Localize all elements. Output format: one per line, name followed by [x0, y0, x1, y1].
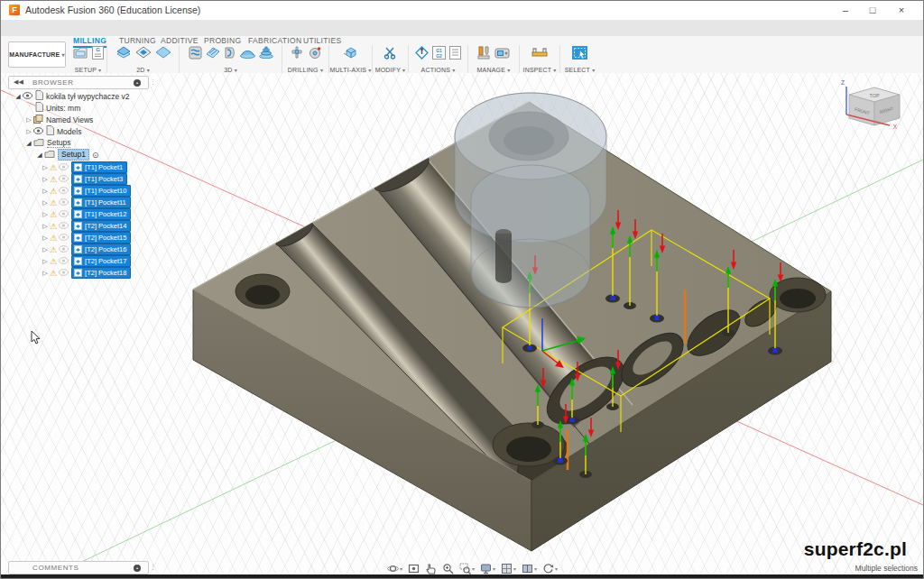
- named-views-label[interactable]: Named Views: [46, 115, 93, 124]
- expand-icon[interactable]: ▷: [41, 234, 50, 242]
- post-process-icon[interactable]: G1G2: [432, 46, 446, 63]
- tree-item-operation[interactable]: ▷⚠[T2] Pocket16: [41, 244, 134, 255]
- minimize-button[interactable]: –: [833, 1, 858, 19]
- multi-axis-icon[interactable]: [343, 46, 358, 63]
- expand-icon[interactable]: ◢: [24, 140, 33, 147]
- browser-resize-grip[interactable]: ⋮: [150, 78, 156, 86]
- simulate-icon[interactable]: [415, 46, 429, 63]
- expand-icon[interactable]: ▷: [41, 223, 50, 230]
- eye-icon[interactable]: [23, 92, 32, 101]
- grid-display-icon[interactable]: ▾: [501, 563, 516, 574]
- tree-item-models[interactable]: ▷ Models: [24, 125, 85, 137]
- tree-item-operation[interactable]: ▷⚠[T1] Pocket3: [41, 173, 131, 185]
- operation-label[interactable]: [T2] Pocket17: [71, 255, 131, 267]
- 3d-adaptive-icon[interactable]: [189, 46, 202, 63]
- operation-label[interactable]: [T2] Pocket14: [71, 220, 131, 232]
- measure-icon[interactable]: [531, 46, 548, 62]
- tree-item-root[interactable]: ◢ kokila tył wypychacze v2: [14, 90, 134, 102]
- expand-icon[interactable]: ▷: [41, 164, 50, 171]
- setup1-label[interactable]: Setup1: [58, 149, 89, 161]
- expand-icon[interactable]: ▷: [41, 176, 50, 183]
- group-label-modify[interactable]: MODIFY: [375, 67, 401, 73]
- eye-icon[interactable]: [59, 163, 69, 172]
- tree-item-operation[interactable]: ▷⚠[T2] Pocket17: [41, 255, 134, 267]
- group-label-manage[interactable]: MANAGE: [477, 67, 506, 73]
- expand-icon[interactable]: ▷: [41, 270, 50, 277]
- tree-item-operation[interactable]: ▷⚠[T1] Pocket10: [41, 185, 134, 197]
- browser-panel-header[interactable]: ◀◀ BROWSER •: [8, 76, 149, 89]
- tool-library-icon[interactable]: [477, 46, 491, 63]
- display-settings-icon[interactable]: ▾: [480, 563, 495, 574]
- 2d-pocket-icon[interactable]: [135, 46, 152, 62]
- bore-icon[interactable]: [308, 46, 322, 63]
- operation-label[interactable]: [T1] Pocket3: [71, 173, 127, 185]
- zoom-icon[interactable]: [442, 563, 454, 574]
- select-icon[interactable]: [571, 45, 588, 64]
- expand-icon[interactable]: ◢: [14, 93, 23, 100]
- view-cube[interactable]: TOP FRONT RIGHT Z X: [841, 79, 900, 130]
- operation-label[interactable]: [T1] Pocket1: [71, 161, 127, 173]
- ribbon-tab-turning[interactable]: TURNING: [119, 36, 156, 45]
- 3d-spiral-icon[interactable]: [259, 46, 273, 62]
- ribbon-tab-probing[interactable]: PROBING: [204, 36, 241, 45]
- 3d-model-view[interactable]: TOP FRONT RIGHT Z X: [1, 73, 923, 575]
- eye-icon[interactable]: [59, 269, 69, 278]
- expand-icon[interactable]: ▷: [41, 246, 50, 253]
- 2d-contour-icon[interactable]: [155, 46, 171, 62]
- workspace-switcher[interactable]: MANUFACTURE ▾: [8, 41, 66, 68]
- tree-item-operation[interactable]: ▷⚠[T1] Pocket11: [41, 197, 134, 208]
- orbit-icon[interactable]: ▾: [387, 563, 402, 574]
- group-label-3d[interactable]: 3D: [224, 67, 232, 73]
- drill-icon[interactable]: [290, 46, 304, 63]
- 3d-parallel-icon[interactable]: [206, 46, 220, 62]
- eye-icon[interactable]: [59, 210, 69, 219]
- tree-root-label[interactable]: kokila tył wypychacze v2: [46, 92, 130, 101]
- group-label-2d[interactable]: 2D: [136, 67, 144, 73]
- pan-icon[interactable]: [425, 563, 437, 574]
- comments-panel-header[interactable]: COMMENTS •: [8, 561, 149, 574]
- new-setup-icon[interactable]: [73, 46, 88, 63]
- group-label-select[interactable]: SELECT: [565, 67, 590, 73]
- 3d-steep-shallow-icon[interactable]: [224, 46, 236, 63]
- tree-item-operation[interactable]: ▷⚠[T2] Pocket14: [41, 220, 134, 232]
- expand-icon[interactable]: ▷: [41, 188, 50, 195]
- eye-icon[interactable]: [59, 245, 69, 254]
- eye-icon[interactable]: [59, 234, 69, 243]
- ribbon-tab-additive[interactable]: ADDITIVE: [161, 36, 199, 45]
- viewports-icon[interactable]: ▾: [522, 563, 537, 574]
- operation-label[interactable]: [T1] Pocket12: [71, 208, 131, 220]
- setup-sheet-icon[interactable]: [449, 46, 461, 63]
- comments-options-icon[interactable]: •: [134, 565, 141, 572]
- tree-item-setup1[interactable]: ◢ Setup1 ⊙: [35, 149, 103, 161]
- look-at-icon[interactable]: [408, 563, 420, 574]
- eye-icon[interactable]: [59, 198, 69, 207]
- eye-icon[interactable]: [59, 175, 69, 184]
- operation-label[interactable]: [T1] Pocket11: [71, 197, 131, 208]
- models-label[interactable]: Models: [57, 127, 81, 136]
- operation-label[interactable]: [T2] Pocket18: [71, 267, 131, 279]
- 3d-scallop-icon[interactable]: [240, 46, 255, 62]
- ribbon-tab-utilities[interactable]: UTILITIES: [303, 36, 341, 45]
- expand-icon[interactable]: ▷: [24, 128, 33, 135]
- operation-label[interactable]: [T2] Pocket16: [71, 244, 131, 255]
- comments-resize-grip[interactable]: ⋮: [150, 564, 156, 571]
- operation-label[interactable]: [T2] Pocket15: [71, 232, 131, 244]
- machine-library-icon[interactable]: [494, 46, 510, 62]
- zoom-window-icon[interactable]: ▾: [459, 563, 475, 574]
- eye-icon[interactable]: [59, 257, 69, 266]
- operation-label[interactable]: [T1] Pocket10: [71, 185, 131, 197]
- viewcube-top-label[interactable]: TOP: [869, 93, 880, 98]
- eye-icon[interactable]: [33, 127, 43, 136]
- group-label-actions[interactable]: ACTIONS: [421, 67, 451, 73]
- active-setup-radio-icon[interactable]: ⊙: [92, 151, 99, 160]
- expand-icon[interactable]: ▷: [41, 199, 50, 207]
- expand-icon[interactable]: ▷: [24, 116, 33, 124]
- group-label-drilling[interactable]: DRILLING: [288, 67, 319, 73]
- browser-options-icon[interactable]: •: [134, 79, 141, 87]
- tree-item-named-views[interactable]: ▷ Named Views: [24, 114, 97, 125]
- tree-item-operation[interactable]: ▷⚠[T2] Pocket15: [41, 232, 134, 244]
- expand-icon[interactable]: ◢: [35, 152, 44, 159]
- gcode-doc-icon[interactable]: G: [92, 46, 104, 63]
- group-label-setup[interactable]: SETUP: [75, 67, 97, 73]
- eye-icon[interactable]: [59, 222, 69, 231]
